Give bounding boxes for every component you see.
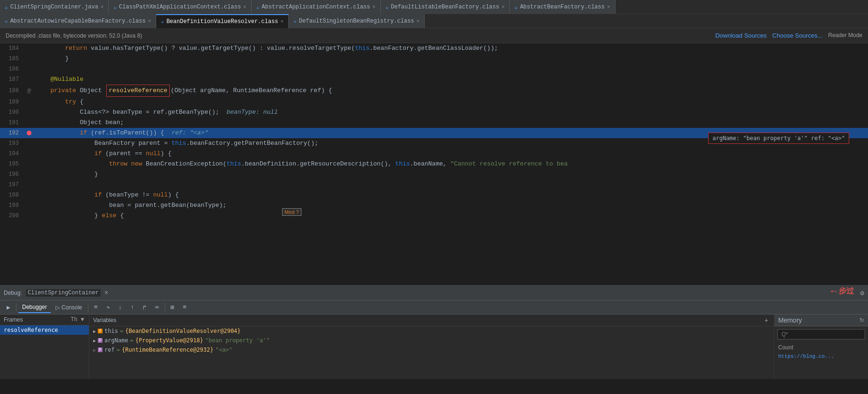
variable-this[interactable]: ▶ f this = {BeanDefinitionValueResolver@… bbox=[89, 326, 774, 336]
settings-icon[interactable]: ⚙ bbox=[860, 289, 864, 297]
debug-toolbar: ▶ Debugger ▷ Console ≡ ↷ ↓ ↑ ↱ ⌨ ⊞ ≡ bbox=[0, 300, 868, 315]
line-number: 188 bbox=[0, 85, 24, 97]
line-gutter bbox=[24, 149, 34, 159]
code-content: try { bbox=[34, 97, 868, 107]
divider bbox=[165, 303, 165, 312]
tab-defaultsingleton[interactable]: ☕ DefaultSingletonBeanRegistry.class × bbox=[289, 14, 425, 28]
java-file-icon: ☕ bbox=[113, 4, 117, 10]
line-number: 196 bbox=[0, 169, 24, 180]
code-content: private Object resolveReference(Object a… bbox=[34, 85, 868, 97]
tab-abstractapp[interactable]: ☕ AbstractApplicationContext.class × bbox=[252, 0, 381, 14]
code-content: if (parent == null) { bbox=[34, 149, 868, 159]
line-number: 185 bbox=[0, 54, 24, 64]
param-icon: P bbox=[98, 338, 103, 343]
code-line: 197 bbox=[0, 180, 868, 190]
step-out-btn[interactable]: ↑ bbox=[127, 302, 138, 313]
decompiled-info: Decompiled .class file, bytecode version… bbox=[6, 32, 142, 39]
close-icon[interactable]: × bbox=[502, 4, 505, 10]
line-number: 193 bbox=[0, 138, 24, 149]
step-over-btn[interactable]: ↷ bbox=[103, 302, 114, 313]
code-line: 188 @ private Object resolveReference(Ob… bbox=[0, 85, 868, 97]
ref-value: {RuntimeBeanReference@2932} bbox=[122, 347, 213, 353]
code-content: if (beanType != null) { bbox=[34, 190, 868, 200]
code-lines-container: 184 return value.hasTargetType() ? value… bbox=[0, 43, 868, 221]
memory-count-label: Count bbox=[774, 342, 868, 353]
frames-panel: Frames Th ▼ resolveReference bbox=[0, 315, 89, 379]
line-gutter bbox=[24, 211, 34, 221]
argname-value: {PropertyValue@2918} bbox=[135, 337, 204, 344]
code-line: 186 bbox=[0, 64, 868, 74]
line-number: 197 bbox=[0, 180, 24, 190]
show-execution-point[interactable]: ≡ bbox=[90, 302, 102, 313]
code-line: 198 if (beanType != null) { bbox=[0, 190, 868, 200]
close-icon[interactable]: × bbox=[607, 4, 610, 10]
expand-icon: ▷ bbox=[93, 347, 96, 353]
tab-defaultlistable[interactable]: ☕ DefaultListableBeanFactory.class × bbox=[381, 0, 510, 14]
code-line: 184 return value.hasTargetType() ? value… bbox=[0, 43, 868, 54]
code-line: 187 @Nullable bbox=[0, 74, 868, 85]
java-file-icon: ☕ bbox=[386, 4, 389, 10]
variables-list: ▶ f this = {BeanDefinitionValueResolver@… bbox=[89, 326, 774, 379]
close-icon[interactable]: × bbox=[417, 18, 420, 24]
memory-url: https://blog.co... bbox=[774, 353, 868, 360]
variables-panel: Variables + ▶ f this = {BeanDefinitionVa… bbox=[89, 315, 774, 379]
debug-label: Debug: bbox=[4, 290, 22, 296]
variable-argname[interactable]: ▶ P argName = {PropertyValue@2918} "bean… bbox=[89, 336, 774, 345]
memory-header: Memory ↻ bbox=[774, 315, 868, 326]
evaluate-btn[interactable]: ⌨ bbox=[151, 302, 163, 313]
memory-refresh-btn[interactable]: ↻ bbox=[860, 317, 864, 323]
line-number: 194 bbox=[0, 149, 24, 159]
reader-mode-label[interactable]: Reader Mode bbox=[828, 32, 862, 39]
tab-abstractautowire[interactable]: ☕ AbstractAutowireCapableBeanFactory.cla… bbox=[0, 14, 156, 28]
debug-session[interactable]: ClientSpringContainer bbox=[26, 289, 101, 297]
tab-console[interactable]: ▷ Console bbox=[52, 302, 86, 313]
line-gutter bbox=[24, 190, 34, 200]
code-content: throw new BeanCreationException(this.bea… bbox=[34, 159, 868, 169]
memory-search-input[interactable] bbox=[777, 329, 865, 339]
debug-tooltip: argName: "bean property 'a'" ref: "<a>" bbox=[708, 133, 849, 144]
line-gutter bbox=[24, 43, 34, 54]
field-icon: f bbox=[98, 329, 103, 333]
variable-ref[interactable]: ▷ P ref = {RuntimeBeanReference@2932} "<… bbox=[89, 345, 774, 355]
resume-button[interactable]: ▶ bbox=[3, 302, 14, 313]
add-variable-btn[interactable]: + bbox=[763, 316, 770, 324]
watch-btn[interactable]: ⊞ bbox=[167, 302, 178, 313]
download-sources-link[interactable]: Download Sources bbox=[715, 32, 766, 39]
tab-client-spring[interactable]: ☕ ClientSpringContainer.java × bbox=[0, 0, 109, 14]
tab-debugger[interactable]: Debugger bbox=[18, 302, 51, 313]
argname-str: "bean property 'a'" bbox=[205, 337, 269, 344]
close-icon[interactable]: × bbox=[101, 4, 104, 10]
line-number: 200 bbox=[0, 211, 24, 221]
tab-beandefinitionvalue[interactable]: ☕ BeanDefinitionValueResolver.class × bbox=[156, 14, 289, 28]
choose-sources-link[interactable]: Choose Sources... bbox=[772, 32, 822, 39]
thread-selector[interactable]: Th ▼ bbox=[70, 316, 85, 323]
debug-content: Frames Th ▼ resolveReference Variables + bbox=[0, 315, 868, 379]
threads-btn[interactable]: ≡ bbox=[179, 302, 190, 313]
code-content: } bbox=[34, 169, 868, 180]
expand-icon: ▶ bbox=[93, 338, 96, 343]
debug-panel: Debug: ClientSpringContainer × → 步过 ⚙ ▶ … bbox=[0, 285, 868, 379]
line-number: 198 bbox=[0, 190, 24, 200]
param-icon: P bbox=[98, 347, 103, 352]
line-gutter bbox=[24, 118, 34, 128]
close-icon[interactable]: × bbox=[281, 19, 284, 24]
line-gutter bbox=[24, 64, 34, 74]
close-icon[interactable]: × bbox=[372, 4, 376, 10]
close-icon[interactable]: × bbox=[148, 18, 151, 24]
debug-session-close[interactable]: × bbox=[104, 289, 108, 297]
console-icon: ▷ bbox=[55, 304, 60, 311]
step-annotation: → 步过 bbox=[831, 285, 854, 297]
code-content: return value.hasTargetType() ? value.get… bbox=[34, 43, 868, 54]
tab-abstractbeanfactory[interactable]: ☕ AbstractBeanFactory.class × bbox=[510, 0, 615, 14]
line-number: 184 bbox=[0, 43, 24, 54]
tab-classpathxml[interactable]: ☕ ClassPathXmlApplicationContext.class × bbox=[109, 0, 251, 14]
frame-item[interactable]: resolveReference bbox=[0, 325, 89, 335]
run-to-cursor-btn[interactable]: ↱ bbox=[139, 302, 150, 313]
line-number: 189 bbox=[0, 97, 24, 107]
close-icon[interactable]: × bbox=[243, 4, 246, 10]
line-number: 199 bbox=[0, 200, 24, 211]
step-into-btn[interactable]: ↓ bbox=[115, 302, 126, 313]
memory-panel: Memory ↻ Count https://blog.co... bbox=[774, 315, 868, 379]
frames-title: Frames bbox=[4, 316, 23, 323]
line-gutter bbox=[24, 54, 34, 64]
